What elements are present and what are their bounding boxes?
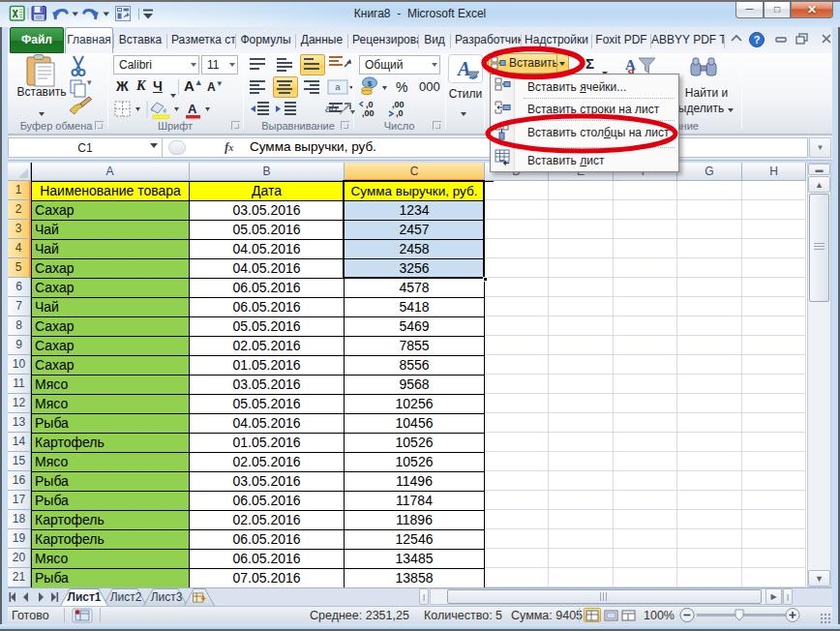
svg-text:А: А (188, 102, 197, 116)
svg-text:,00: ,00 (362, 108, 375, 118)
svg-text:a: a (335, 82, 340, 92)
svg-text:$: $ (368, 79, 373, 88)
svg-text:,0: ,0 (396, 108, 404, 118)
svg-text:?: ? (754, 34, 761, 45)
svg-text:A: A (456, 58, 470, 79)
svg-text:%: % (396, 79, 407, 95)
svg-text:000: 000 (419, 79, 440, 94)
svg-text:ab: ab (325, 103, 337, 114)
